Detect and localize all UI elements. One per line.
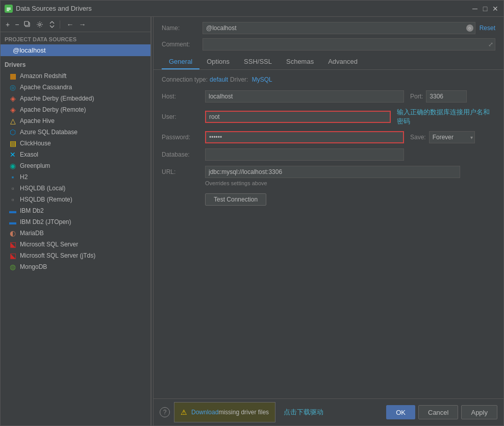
driver-icon: ◉ bbox=[9, 162, 17, 170]
driver-item-apache-hive[interactable]: △ Apache Hive bbox=[1, 115, 150, 127]
content-area: Connection type: default Driver: MySQL H… bbox=[154, 70, 503, 398]
download-text: missing driver files bbox=[218, 409, 269, 416]
comment-expand-button[interactable]: ⤢ bbox=[487, 40, 494, 49]
minimize-button[interactable]: ─ bbox=[471, 5, 479, 13]
driver-item-amazon-redshift[interactable]: ▦ Amazon Redshift bbox=[1, 70, 150, 82]
driver-name: MongoDB bbox=[20, 263, 47, 270]
tab-schemas[interactable]: Schemas bbox=[279, 55, 321, 69]
forward-button[interactable]: → bbox=[77, 19, 88, 30]
driver-item-hsqldb-(remote)[interactable]: ▫ HSQLDB (Remote) bbox=[1, 194, 150, 205]
driver-item-microsoft-sql-server[interactable]: ⬕ Microsoft SQL Server bbox=[1, 239, 150, 250]
apply-button[interactable]: Apply bbox=[461, 405, 497, 419]
driver-icon: ⬡ bbox=[9, 128, 17, 136]
driver-item-mariadb[interactable]: ◐ MariaDB bbox=[1, 228, 150, 239]
password-input[interactable] bbox=[205, 131, 404, 143]
conn-type-value[interactable]: default bbox=[210, 76, 228, 83]
user-row: User: 输入正确的数据库连接用户名和密码 bbox=[162, 108, 495, 126]
driver-name: Microsoft SQL Server (jTds) bbox=[20, 252, 95, 259]
title-bar: Data Sources and Drivers ─ □ ✕ bbox=[1, 1, 503, 17]
driver-name: Apache Hive bbox=[20, 117, 55, 124]
driver-icon: ▬ bbox=[9, 207, 17, 215]
driver-item-exasol[interactable]: ✕ Exasol bbox=[1, 149, 150, 160]
tab-options[interactable]: Options bbox=[199, 55, 237, 69]
url-hint: Overrides settings above bbox=[205, 180, 495, 186]
name-input[interactable] bbox=[203, 22, 475, 34]
tab-general[interactable]: General bbox=[162, 55, 199, 69]
port-group: Port: bbox=[410, 90, 467, 103]
project-sources-section: Project Data Sources @localhost bbox=[1, 32, 150, 57]
driver-item-apache-derby-(embedded)[interactable]: ◈ Apache Derby (Embedded) bbox=[1, 93, 150, 104]
driver-item-h2[interactable]: ▪ H2 bbox=[1, 171, 150, 183]
maximize-button[interactable]: □ bbox=[481, 5, 489, 13]
driver-name: Microsoft SQL Server bbox=[20, 241, 78, 248]
move-button[interactable] bbox=[46, 20, 58, 29]
conn-type-label: Connection type: bbox=[162, 76, 208, 83]
comment-row: Comment: ⤢ bbox=[162, 38, 495, 51]
download-link[interactable]: Download bbox=[191, 409, 218, 416]
driver-item-azure-sql-database[interactable]: ⬡ Azure SQL Database bbox=[1, 127, 150, 138]
window-controls: ─ □ ✕ bbox=[471, 5, 499, 13]
right-panel: Name: ○ Reset Comment: ⤢ bbox=[154, 17, 503, 425]
remove-button[interactable]: − bbox=[13, 19, 21, 30]
cancel-button[interactable]: Cancel bbox=[418, 405, 458, 419]
help-button[interactable]: ? bbox=[160, 407, 170, 417]
reset-link[interactable]: Reset bbox=[480, 24, 495, 32]
driver-name: IBM Db2 bbox=[20, 207, 44, 214]
driver-item-hsqldb-(local)[interactable]: ▫ HSQLDB (Local) bbox=[1, 183, 150, 194]
copy-button[interactable] bbox=[22, 20, 33, 29]
tab-ssh-ssl[interactable]: SSH/SSL bbox=[237, 55, 279, 69]
driver-item-clickhouse[interactable]: ▤ ClickHouse bbox=[1, 138, 150, 149]
driver-name: Greenplum bbox=[20, 162, 50, 169]
window-title: Data Sources and Drivers bbox=[16, 5, 92, 12]
driver-item-microsoft-sql-server-(jtds)[interactable]: ⬕ Microsoft SQL Server (jTds) bbox=[1, 250, 150, 261]
driver-item-ibm-db2[interactable]: ▬ IBM Db2 bbox=[1, 205, 150, 216]
driver-item-apache-derby-(remote)[interactable]: ◈ Apache Derby (Remote) bbox=[1, 104, 150, 115]
name-input-wrapper: ○ bbox=[203, 22, 475, 34]
driver-icon: ◎ bbox=[9, 83, 17, 91]
port-input[interactable] bbox=[426, 90, 467, 103]
comment-input[interactable] bbox=[203, 38, 495, 51]
driver-item-ibm-db2-(jtopen)[interactable]: ▬ IBM Db2 (JTOpen) bbox=[1, 216, 150, 228]
project-sources-header: Project Data Sources bbox=[1, 33, 150, 44]
save-select[interactable]: Forever Until restart Never bbox=[429, 131, 475, 143]
close-button[interactable]: ✕ bbox=[491, 5, 499, 13]
driver-label: Driver: bbox=[230, 76, 248, 83]
warning-icon: ⚠ bbox=[181, 408, 187, 416]
driver-name: Apache Derby (Embedded) bbox=[20, 95, 94, 102]
database-input[interactable] bbox=[205, 148, 404, 161]
password-row: Password: Save: Forever Until restart Ne… bbox=[162, 131, 495, 143]
host-row: Host: Port: bbox=[162, 90, 495, 103]
driver-item-mongodb[interactable]: ◍ MongoDB bbox=[1, 261, 150, 272]
add-button[interactable]: + bbox=[4, 19, 12, 30]
svg-point-6 bbox=[39, 23, 41, 26]
test-connection-button[interactable]: Test Connection bbox=[205, 193, 266, 206]
driver-name: HSQLDB (Local) bbox=[20, 185, 65, 192]
driver-item-greenplum[interactable]: ◉ Greenplum bbox=[1, 160, 150, 171]
tab-advanced[interactable]: Advanced bbox=[321, 55, 365, 69]
back-button[interactable]: ← bbox=[64, 19, 75, 30]
bottom-bar: ? ⚠ Download missing driver files 点击下载驱动… bbox=[154, 398, 503, 425]
user-label: User: bbox=[162, 113, 205, 120]
left-panel: + − bbox=[1, 17, 151, 425]
host-input[interactable] bbox=[205, 90, 404, 103]
nav-buttons: ← → bbox=[64, 19, 88, 30]
settings-button[interactable] bbox=[34, 20, 45, 29]
url-input[interactable] bbox=[205, 166, 460, 178]
driver-icon: ▫ bbox=[9, 184, 17, 192]
window-body: + − bbox=[1, 17, 503, 425]
save-select-wrapper: Forever Until restart Never bbox=[429, 131, 475, 143]
localhost-item[interactable]: @localhost bbox=[1, 44, 150, 56]
bottom-buttons: OK Cancel Apply bbox=[386, 405, 497, 419]
driver-name: Apache Derby (Remote) bbox=[20, 106, 86, 113]
name-clear-button[interactable]: ○ bbox=[466, 24, 473, 32]
user-annotation: 输入正确的数据库连接用户名和密码 bbox=[397, 108, 495, 126]
svg-rect-3 bbox=[7, 10, 9, 11]
driver-item-apache-cassandra[interactable]: ◎ Apache Cassandra bbox=[1, 82, 150, 93]
driver-icon: ▪ bbox=[9, 173, 17, 181]
password-label: Password: bbox=[162, 134, 205, 141]
driver-icon: ▬ bbox=[9, 218, 17, 226]
driver-name: Exasol bbox=[20, 151, 38, 158]
ok-button[interactable]: OK bbox=[386, 405, 415, 419]
driver-value[interactable]: MySQL bbox=[252, 76, 272, 83]
user-input[interactable] bbox=[205, 111, 391, 123]
